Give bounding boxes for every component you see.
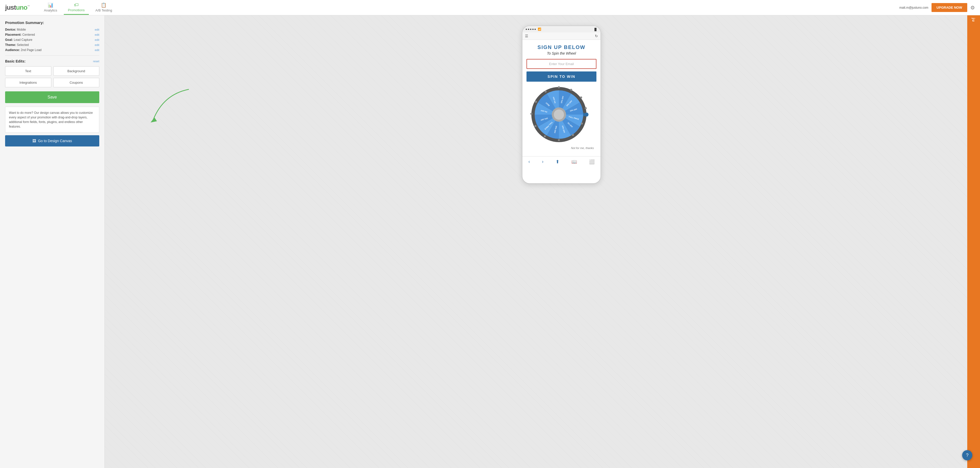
- gear-icon[interactable]: ⚙: [970, 5, 975, 11]
- text-button[interactable]: Text: [5, 66, 51, 76]
- device-edit-link[interactable]: edit: [95, 28, 99, 31]
- goal-edit-link[interactable]: edit: [95, 38, 99, 41]
- theme-label: Theme:: [5, 43, 16, 47]
- header: justuno™ 📊 Analytics 🏷 Promotions 📋 A/B …: [0, 0, 980, 15]
- nav-label-analytics: Analytics: [44, 8, 57, 12]
- upgrade-button[interactable]: UPGRADE NOW: [932, 3, 967, 12]
- spin-wheel: 10% OFF 20% OFF 15% OFF FULL PRICE 5% OF…: [527, 85, 597, 144]
- main-nav: 📊 Analytics 🏷 Promotions 📋 A/B Testing: [40, 0, 116, 15]
- header-right: matt.m@justuno.com UPGRADE NOW ⚙: [899, 3, 975, 12]
- logo: justuno™: [5, 3, 30, 11]
- svg-point-24: [558, 139, 560, 141]
- phone-bottom-nav: ‹ › ⬆ 📖 ⬜: [522, 156, 600, 167]
- signal-dots: ●●●●● 📶: [525, 27, 542, 31]
- forward-icon[interactable]: ›: [542, 159, 544, 165]
- audience-edit-link[interactable]: edit: [95, 48, 99, 51]
- logo-just: just: [5, 3, 16, 11]
- integrations-button[interactable]: Integrations: [5, 78, 51, 87]
- svg-point-15: [554, 110, 564, 120]
- spin-to-win-button[interactable]: SPIN TO WIN: [527, 72, 597, 82]
- sidebar: Promotion Summary: Device: Mobile edit P…: [0, 15, 105, 468]
- edit-buttons-grid: Text Background Integrations Coupons: [5, 66, 99, 87]
- tabs-icon[interactable]: ⬜: [589, 159, 595, 165]
- phone-popup: SIGN UP BELOW To Spin the Wheel Enter Yo…: [522, 40, 600, 156]
- nav-label-ab-testing: A/B Testing: [95, 8, 112, 12]
- svg-point-17: [584, 113, 589, 116]
- nav-item-promotions[interactable]: 🏷 Promotions: [64, 0, 89, 15]
- goal-label: Goal:: [5, 38, 13, 41]
- svg-point-21: [585, 107, 587, 109]
- nav-item-ab-testing[interactable]: 📋 A/B Testing: [91, 0, 116, 15]
- device-value: Mobile: [17, 28, 26, 31]
- phone-browser-bar: ☰ ↻: [522, 32, 600, 40]
- summary-row-device: Device: Mobile edit: [5, 28, 99, 31]
- logo-tm: ™: [27, 5, 30, 8]
- reload-icon[interactable]: ↻: [595, 34, 598, 38]
- canvas-area: ●●●●● 📶 ▐▌ ☰ ↻ SIGN UP BELOW To Spin the…: [105, 15, 967, 468]
- promotion-summary-title: Promotion Summary:: [5, 21, 99, 25]
- coupons-button[interactable]: Coupons: [53, 78, 100, 87]
- svg-point-27: [530, 113, 532, 115]
- popup-subtitle: To Spin the Wheel: [527, 51, 597, 56]
- logo-uno: uno: [16, 3, 27, 11]
- battery-icon: ▐▌: [593, 28, 597, 31]
- nav-label-promotions: Promotions: [68, 8, 85, 12]
- go-to-canvas-label: Go to Design Canvas: [38, 139, 72, 143]
- right-stripe: ju: [967, 15, 980, 468]
- ab-testing-icon: 📋: [101, 2, 107, 8]
- svg-point-25: [544, 135, 546, 137]
- audience-label: Audience:: [5, 48, 20, 52]
- basic-edits-title: Basic Edits:: [5, 59, 25, 63]
- bookmarks-icon[interactable]: 📖: [571, 159, 577, 165]
- go-to-canvas-button[interactable]: 🖼 Go to Design Canvas: [5, 135, 99, 146]
- goal-value: Lead Capture: [14, 38, 32, 41]
- placement-label: Placement:: [5, 33, 21, 37]
- design-canvas-info: Want to do more? Our design canvas allow…: [5, 107, 99, 133]
- popup-title: SIGN UP BELOW: [527, 45, 597, 50]
- theme-value: Selected: [17, 43, 29, 47]
- svg-point-26: [535, 125, 536, 127]
- right-stripe-label: ju: [972, 18, 976, 22]
- user-email: matt.m@justuno.com: [899, 6, 928, 10]
- summary-row-theme: Theme: Selected edit: [5, 43, 99, 47]
- summary-row-placement: Placement: Centered edit: [5, 33, 99, 37]
- svg-point-22: [581, 123, 583, 124]
- hamburger-icon[interactable]: ☰: [525, 34, 528, 38]
- help-button[interactable]: ?: [962, 450, 972, 460]
- email-input-display[interactable]: Enter Your Email: [527, 59, 597, 69]
- back-icon[interactable]: ‹: [528, 159, 530, 165]
- main-layout: Promotion Summary: Device: Mobile edit P…: [0, 15, 980, 468]
- svg-point-28: [535, 101, 537, 103]
- promotions-icon: 🏷: [74, 2, 79, 8]
- summary-row-goal: Goal: Lead Capture edit: [5, 38, 99, 41]
- canvas-icon: 🖼: [32, 139, 36, 143]
- theme-edit-link[interactable]: edit: [95, 43, 99, 46]
- not-for-me-text[interactable]: Not for me, thanks: [527, 146, 597, 150]
- background-button[interactable]: Background: [53, 66, 100, 76]
- design-canvas-description: Want to do more? Our design canvas allow…: [9, 110, 95, 129]
- placement-edit-link[interactable]: edit: [95, 33, 99, 36]
- svg-point-20: [580, 97, 582, 99]
- nav-item-analytics[interactable]: 📊 Analytics: [40, 0, 61, 15]
- share-icon[interactable]: ⬆: [555, 159, 559, 165]
- svg-point-18: [558, 86, 560, 88]
- phone-mockup: ●●●●● 📶 ▐▌ ☰ ↻ SIGN UP BELOW To Spin the…: [522, 25, 601, 184]
- svg-point-19: [570, 89, 572, 91]
- svg-point-29: [545, 91, 547, 92]
- summary-row-audience: Audience: 2nd Page Load edit: [5, 48, 99, 52]
- save-button[interactable]: Save: [5, 91, 99, 103]
- audience-value: 2nd Page Load: [21, 48, 41, 52]
- analytics-icon: 📊: [48, 2, 53, 8]
- phone-frame: ●●●●● 📶 ▐▌ ☰ ↻ SIGN UP BELOW To Spin the…: [522, 25, 601, 184]
- placement-value: Centered: [22, 33, 35, 37]
- reset-link[interactable]: reset: [93, 60, 99, 63]
- svg-point-23: [572, 134, 574, 136]
- device-label: Device:: [5, 28, 16, 31]
- basic-edits-header: Basic Edits: reset: [5, 59, 99, 63]
- phone-status-bar: ●●●●● 📶 ▐▌: [522, 26, 600, 32]
